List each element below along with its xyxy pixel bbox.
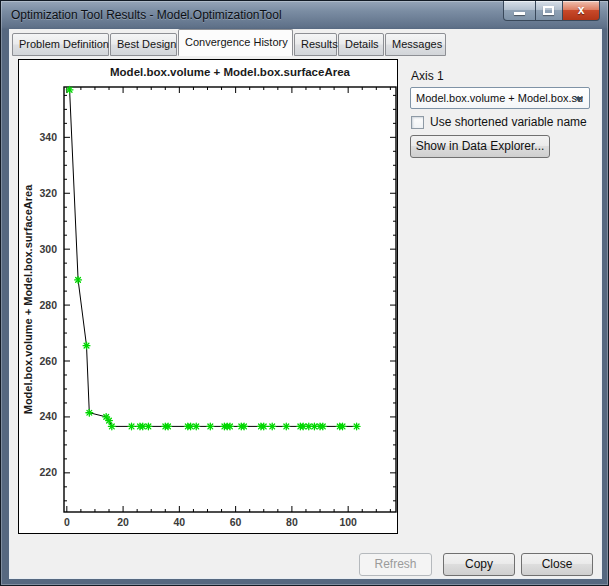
show-in-data-explorer-button[interactable]: Show in Data Explorer... <box>410 135 550 158</box>
convergence-chart: Model.box.volume + Model.box.surfaceArea… <box>19 60 397 533</box>
minimize-button[interactable] <box>503 1 536 21</box>
svg-text:220: 220 <box>39 466 57 478</box>
caption-buttons: x <box>503 1 600 21</box>
svg-text:340: 340 <box>39 131 57 143</box>
maximize-icon <box>543 6 554 15</box>
tab-details[interactable]: Details <box>338 33 384 56</box>
tab-convergence-history[interactable]: Convergence History <box>178 29 293 56</box>
maximize-button[interactable] <box>536 1 563 21</box>
close-dialog-button[interactable]: Close <box>521 553 593 576</box>
refresh-button[interactable]: Refresh <box>359 553 432 576</box>
titlebar[interactable]: Optimization Tool Results - Model.Optimi… <box>1 1 608 29</box>
tab-messages[interactable]: Messages <box>385 33 446 56</box>
svg-text:300: 300 <box>39 243 57 255</box>
copy-button[interactable]: Copy <box>443 553 515 576</box>
chevron-down-icon <box>575 97 583 102</box>
shortened-name-row: Use shortened variable name <box>411 115 587 129</box>
axis1-label: Axis 1 <box>411 69 444 83</box>
svg-text:0: 0 <box>64 516 70 528</box>
svg-text:100: 100 <box>339 516 357 528</box>
svg-text:20: 20 <box>117 516 129 528</box>
window-title: Optimization Tool Results - Model.Optimi… <box>11 8 282 22</box>
tab-results[interactable]: Results <box>294 33 337 56</box>
svg-text:280: 280 <box>39 299 57 311</box>
svg-text:320: 320 <box>39 187 57 199</box>
use-shortened-name-checkbox[interactable] <box>411 116 424 129</box>
svg-text:40: 40 <box>174 516 186 528</box>
close-icon: x <box>563 3 599 17</box>
axis1-variable-dropdown[interactable]: Model.box.volume + Model.box.su <box>410 87 590 109</box>
axis1-dropdown-value: Model.box.volume + Model.box.su <box>416 92 583 104</box>
convergence-chart-panel: Model.box.volume + Model.box.surfaceArea… <box>18 59 398 534</box>
svg-text:60: 60 <box>230 516 242 528</box>
use-shortened-name-label: Use shortened variable name <box>430 115 587 129</box>
minimize-icon <box>514 12 525 15</box>
dialog-body: Problem Definition Best Design Convergen… <box>9 29 602 579</box>
svg-text:260: 260 <box>39 355 57 367</box>
svg-text:240: 240 <box>39 410 57 422</box>
svg-text:80: 80 <box>286 516 298 528</box>
tab-best-design[interactable]: Best Design <box>110 33 177 56</box>
optimization-results-window: Optimization Tool Results - Model.Optimi… <box>0 0 609 586</box>
close-button[interactable]: x <box>563 1 600 21</box>
svg-text:Model.box.volume + Model.box.s: Model.box.volume + Model.box.surfaceArea <box>110 66 351 78</box>
svg-text:Model.box.volume + Model.box.s: Model.box.volume + Model.box.surfaceArea <box>22 184 34 414</box>
tab-problem-definition[interactable]: Problem Definition <box>12 33 109 56</box>
